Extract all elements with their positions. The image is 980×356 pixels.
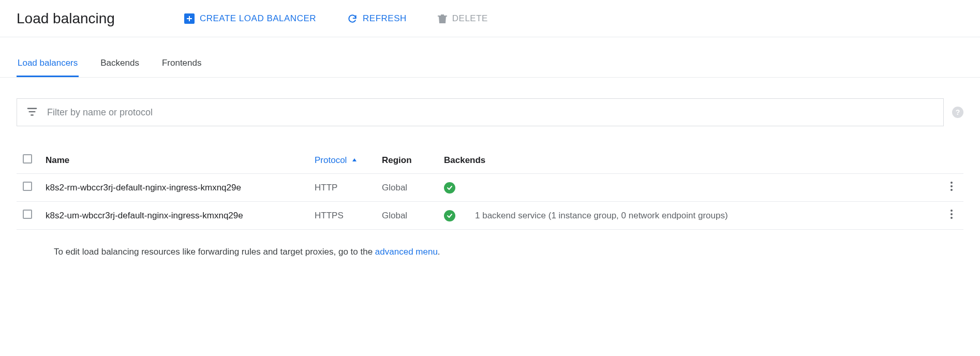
status-ok-icon [444, 210, 455, 221]
tabs: Load balancers Backends Frontends [0, 53, 980, 78]
column-header-name[interactable]: Name [39, 147, 308, 174]
filter-input[interactable] [47, 107, 934, 118]
refresh-button[interactable]: REFRESH [344, 11, 410, 26]
help-icon[interactable]: ? [952, 107, 963, 118]
svg-point-1 [951, 182, 953, 184]
refresh-icon [347, 13, 358, 24]
refresh-label: REFRESH [363, 13, 407, 24]
svg-point-6 [951, 217, 953, 219]
svg-point-2 [951, 185, 953, 187]
cell-region: Global [376, 174, 438, 202]
footnote: To edit load balancing resources like fo… [17, 230, 482, 259]
select-all-checkbox[interactable] [23, 154, 32, 164]
cell-region: Global [376, 202, 438, 230]
load-balancers-table: Name Protocol Region Backends k8s2-rm-wb… [0, 131, 980, 259]
footnote-text: To edit load balancing resources like fo… [54, 247, 375, 257]
table-header-row: Name Protocol Region Backends [17, 147, 963, 174]
filter-box[interactable] [17, 98, 944, 126]
column-header-region[interactable]: Region [376, 147, 438, 174]
column-header-protocol[interactable]: Protocol [308, 147, 376, 174]
row-checkbox[interactable] [23, 210, 32, 219]
cell-protocol: HTTP [308, 174, 376, 202]
filter-icon [26, 106, 38, 119]
delete-label: DELETE [452, 13, 488, 24]
tab-frontends[interactable]: Frontends [161, 58, 203, 77]
create-load-balancer-label: CREATE LOAD BALANCER [200, 13, 316, 24]
table-row[interactable]: k8s2-rm-wbccr3rj-default-nginx-ingress-k… [17, 174, 963, 202]
cell-name: k8s2-um-wbccr3rj-default-nginx-ingress-k… [39, 202, 308, 230]
delete-button: DELETE [435, 11, 491, 26]
cell-name: k8s2-rm-wbccr3rj-default-nginx-ingress-k… [39, 174, 308, 202]
table-row[interactable]: k8s2-um-wbccr3rj-default-nginx-ingress-k… [17, 202, 963, 230]
column-header-backends[interactable]: Backends [438, 147, 940, 174]
advanced-menu-link[interactable]: advanced menu [375, 247, 438, 257]
svg-point-5 [951, 213, 953, 215]
tab-load-balancers[interactable]: Load balancers [17, 58, 79, 77]
footnote-suffix: . [438, 247, 440, 257]
column-header-protocol-label: Protocol [315, 155, 347, 165]
filter-row: ? [0, 78, 980, 131]
status-ok-icon [444, 182, 455, 194]
row-menu-button[interactable] [950, 212, 953, 221]
svg-point-4 [951, 210, 953, 212]
row-menu-button[interactable] [950, 184, 953, 194]
trash-icon [438, 13, 447, 24]
cell-protocol: HTTPS [308, 202, 376, 230]
plus-box-icon [184, 13, 195, 24]
svg-point-3 [951, 189, 953, 191]
page-title: Load balancing [17, 10, 115, 27]
sort-asc-icon [349, 155, 358, 165]
page-header: Load balancing CREATE LOAD BALANCER REFR… [0, 0, 980, 37]
cell-backends-text: 1 backend service (1 instance group, 0 n… [475, 211, 728, 221]
create-load-balancer-button[interactable]: CREATE LOAD BALANCER [181, 11, 319, 26]
row-checkbox[interactable] [23, 182, 32, 191]
tab-backends[interactable]: Backends [99, 58, 140, 77]
